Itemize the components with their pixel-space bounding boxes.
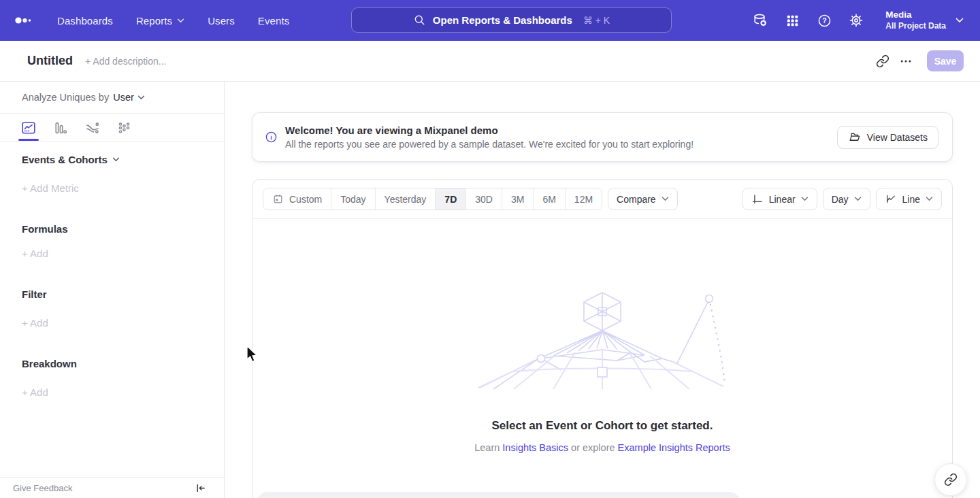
more-options-icon[interactable] [894,50,917,73]
nav-events[interactable]: Events [258,15,289,27]
view-datasets-button[interactable]: View Datasets [837,126,938,149]
section-events-cohorts[interactable]: Events & Cohorts [22,151,120,167]
chart-display-controls: Linear Day Line [742,188,942,210]
copy-link-icon[interactable] [871,50,894,73]
report-toolbar: Custom Today Yesterday 7D 30D 3M 6M 12M … [252,180,952,219]
chart-type-tabs [20,117,133,139]
range-3m[interactable]: 3M [502,188,534,210]
filter-label: Filter [22,288,47,300]
search-icon [413,14,426,27]
mixpanel-insights-app: Dashboards Reports Users Events Open Rep… [0,0,980,498]
save-button[interactable]: Save [927,50,964,71]
chevron-down-icon [662,197,669,201]
empty-state-title: Select an Event or Cohort to get started… [252,418,952,434]
chart-type-selector[interactable]: Line [876,188,942,210]
divider [0,141,224,142]
insights-report-card: Custom Today Yesterday 7D 30D 3M 6M 12M … [252,179,953,498]
hint-learn: Learn [474,442,500,453]
add-breakdown-button[interactable]: + Add [22,384,48,400]
settings-gear-icon[interactable] [848,12,864,29]
formulas-label: Formulas [22,223,68,235]
chevron-down-icon [137,95,145,100]
chart-type-label: Line [902,194,920,205]
chevron-down-icon [112,157,120,162]
range-today[interactable]: Today [331,188,375,210]
chevron-down-icon [926,197,933,201]
date-range-segmented-control: Custom Today Yesterday 7D 30D 3M 6M 12M [263,188,602,210]
scale-selector[interactable]: Linear [742,188,817,210]
top-navigation: Dashboards Reports Users Events Open Rep… [0,0,980,41]
analyze-value: User [113,92,134,103]
collapse-sidebar-icon[interactable] [195,482,206,494]
analyze-value-dropdown[interactable]: User [113,92,145,103]
range-6m[interactable]: 6M [534,188,565,210]
scale-label: Linear [769,194,796,205]
section-formulas: Formulas [22,220,68,237]
chevron-down-icon [956,18,964,23]
empty-state-hint: Learn Insights Basics or explore Example… [252,441,952,454]
tab-insights-line-icon[interactable] [20,117,37,139]
range-30d[interactable]: 30D [466,188,502,210]
analyze-prefix: Analyze Uniques by [22,92,109,103]
mixpanel-logo-icon[interactable] [15,14,38,27]
add-filter-button[interactable]: + Add [22,314,48,331]
add-formula-button[interactable]: + Add [22,245,48,261]
tab-bar-chart-icon[interactable] [52,117,69,139]
nav-events-label: Events [258,15,289,27]
project-scope: All Project Data [885,20,946,32]
nav-users[interactable]: Users [208,15,235,27]
range-7d[interactable]: 7D [436,188,466,210]
folder-open-icon [848,131,861,144]
search-label: Open Reports & Dashboards [433,14,572,26]
query-builder-sidebar: Analyze Uniques by User [0,82,225,498]
view-datasets-label: View Datasets [867,132,928,143]
project-switcher[interactable]: Media All Project Data [885,9,964,32]
range-custom[interactable]: Custom [263,188,331,210]
info-icon [265,131,278,144]
hint-or-explore: or explore [571,442,615,453]
section-filter: Filter [22,286,47,302]
help-icon[interactable]: ? [816,12,832,29]
report-title[interactable]: Untitled [27,54,73,68]
report-header: Untitled + Add description... Save [0,41,980,82]
chevron-down-icon [801,197,808,201]
nav-users-label: Users [208,15,235,27]
banner-subtitle: All the reports you see are powered by a… [285,137,693,152]
datasets-icon[interactable] [752,12,768,29]
share-link-fab[interactable] [934,463,967,496]
global-search[interactable]: Open Reports & Dashboards ⌘ + K [351,7,672,33]
calendar-icon [272,193,284,205]
breakdown-label: Breakdown [22,358,77,369]
give-feedback-link[interactable]: Give Feedback [13,483,72,493]
nav-reports[interactable]: Reports [136,15,184,27]
range-yesterday[interactable]: Yesterday [376,188,436,210]
axes-linear-icon [751,193,764,205]
chevron-down-icon [854,197,862,201]
svg-text:?: ? [822,16,826,24]
tab-scatter-chart-icon[interactable] [116,117,133,139]
apps-grid-icon[interactable] [784,12,800,29]
tab-flow-chart-icon[interactable] [84,117,101,139]
demo-banner: Welcome! You are viewing a Mixpanel demo… [252,112,953,162]
add-metric-button[interactable]: + Add Metric [22,180,79,196]
events-cohorts-label: Events & Cohorts [22,154,108,165]
link-chain-icon [944,473,958,486]
interval-selector[interactable]: Day [823,188,870,210]
project-name: Media [885,9,946,20]
sidebar-footer: Give Feedback [0,477,224,498]
chevron-down-icon [177,18,184,23]
nav-dashboards[interactable]: Dashboards [57,15,113,27]
line-chart-icon [885,193,897,205]
compare-button[interactable]: Compare [608,188,678,210]
bottom-panel-peek [257,492,740,498]
main-content: Welcome! You are viewing a Mixpanel demo… [225,82,980,498]
analyze-uniques-row: Analyze Uniques by User [22,89,145,105]
add-description[interactable]: + Add description... [85,56,166,67]
example-reports-link[interactable]: Example Insights Reports [618,442,730,453]
range-12m[interactable]: 12M [566,188,602,210]
range-custom-label: Custom [289,194,322,205]
insights-basics-link[interactable]: Insights Basics [502,442,568,453]
divider [0,113,224,114]
empty-state-illustration [473,287,732,391]
banner-title: Welcome! You are viewing a Mixpanel demo [285,123,693,137]
